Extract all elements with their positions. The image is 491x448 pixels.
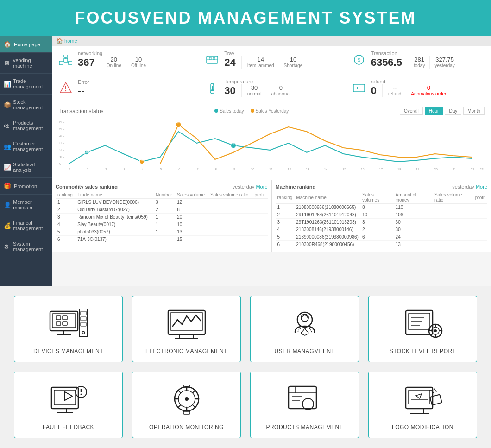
svg-text:19: 19 <box>416 168 420 171</box>
sidebar-item-stock[interactable]: 📦 Stock management <box>0 95 52 115</box>
chart-legend: Sales today Sales Yesterday <box>214 108 289 114</box>
sidebar-item-promo[interactable]: 🎁 Promotion <box>0 178 52 195</box>
cards-row-1: DEVICES MANAGEMENT ELECTRONIC MANAGEMENT <box>14 296 477 362</box>
card-fault[interactable]: FAULT FEEDBACK <box>14 372 123 438</box>
tray-label: Tray <box>224 50 338 56</box>
network-icon <box>58 52 73 67</box>
table-row: 229T1901264(261101912048)10106 <box>276 211 488 219</box>
svg-rect-18 <box>212 86 213 91</box>
commodity-title: Commodity sales ranking <box>56 184 118 189</box>
svg-text:12: 12 <box>288 168 291 171</box>
table-row: 5photo033(0057)113 <box>56 228 268 236</box>
sidebar-label-member: Member maintain <box>13 199 48 210</box>
svg-text:13: 13 <box>306 168 309 171</box>
logo-card-label: LOGO MODIFICATION <box>392 424 453 430</box>
sidebar-item-vending[interactable]: 🖥 vending machine <box>0 53 52 74</box>
sidebar-label-promo: Promotion <box>14 183 37 189</box>
svg-text:0: 0 <box>69 168 70 171</box>
card-stock[interactable]: STOCK LEVEL REPORT <box>368 296 477 362</box>
error-label: Error <box>78 79 191 85</box>
chart-btn-month[interactable]: Month <box>463 107 485 115</box>
stock-card-label: STOCK LEVEL REPORT <box>390 348 456 354</box>
promo-icon: 🎁 <box>4 183 11 189</box>
tray-main: 24 <box>224 57 235 69</box>
svg-text:23: 23 <box>480 168 484 171</box>
svg-rect-0 <box>59 61 63 65</box>
svg-rect-61 <box>56 316 61 320</box>
chart-title: Transaction status <box>58 108 104 114</box>
chart-btn-hour[interactable]: Hour <box>425 107 443 115</box>
sidebar-item-system[interactable]: ⚙ System management <box>0 236 52 257</box>
chart-btn-overall[interactable]: Overall <box>400 107 423 115</box>
cards-section: DEVICES MANAGEMENT ELECTRONIC MANAGEMENT <box>0 286 491 448</box>
svg-text:30-: 30- <box>59 141 65 145</box>
card-devices[interactable]: DEVICES MANAGEMENT <box>14 296 123 362</box>
temp-label: Temperature <box>224 79 338 84</box>
breadcrumb: 🏠 home <box>52 36 491 46</box>
chart-area: Transaction status Sales today Sales Yes… <box>52 102 491 180</box>
user-card-label: USER MANAGMEENT <box>274 348 334 354</box>
svg-rect-64 <box>63 322 67 325</box>
sidebar-item-products[interactable]: 🛍 Products management <box>0 115 52 136</box>
sidebar-item-trade[interactable]: 📊 Trade management <box>0 74 52 95</box>
sidebar-item-home[interactable]: 🏠 Home page <box>0 36 52 53</box>
stats-grid-row1: networking 367 20On-line 10Off-line <box>52 46 491 74</box>
stat-networking: networking 367 20On-line 10Off-line <box>52 46 198 74</box>
error-main: -- <box>78 85 85 96</box>
table-row: 4Slay Beauty(0017)110 <box>56 221 268 228</box>
table-row: 42183008146(21938000146)230 <box>276 226 488 233</box>
sidebar-label-finance: Financal management <box>13 220 48 231</box>
table-row: 671A-3C(0137)15 <box>56 236 268 243</box>
sidebar-label-trade: Trade management <box>13 78 48 89</box>
app-title: FOCUSVEND MANAGEMENT SYSTEM <box>0 8 491 28</box>
svg-rect-70 <box>81 322 86 326</box>
refund-label: refund <box>371 79 485 84</box>
sidebar-label-home: Home page <box>14 42 40 47</box>
svg-rect-2 <box>69 61 72 65</box>
fault-card-label: FAULT FEEDBACK <box>43 424 94 430</box>
svg-rect-10 <box>213 57 215 60</box>
svg-rect-1 <box>64 58 68 62</box>
svg-text:5: 5 <box>160 168 162 171</box>
sidebar-label-stock: Stock management <box>13 99 48 110</box>
operation-card-icon <box>166 381 208 418</box>
svg-text:11: 11 <box>269 168 273 171</box>
machine-more-link[interactable]: More <box>476 184 487 189</box>
card-products[interactable]: PRODUCTS MANAGEMENT <box>250 372 359 438</box>
sidebar-label-vending: vending machine <box>13 57 48 69</box>
transaction-main: 6356.5 <box>371 57 402 69</box>
card-user[interactable]: USER MANAGMEENT <box>250 296 359 362</box>
products-card-label: PRODUCTS MANAGEMENT <box>266 424 343 430</box>
svg-text:17: 17 <box>379 168 383 171</box>
chart-btn-day[interactable]: Day <box>445 107 461 115</box>
card-electronic[interactable]: ELECTRONIC MANAGEMENT <box>132 296 241 362</box>
products-icon: 🛍 <box>4 122 10 129</box>
card-operation[interactable]: OPERATION MONITORING <box>132 372 241 438</box>
svg-rect-5 <box>64 55 68 57</box>
networking-offline: 10 <box>131 56 146 63</box>
networking-online: 20 <box>107 56 121 63</box>
commodity-more-link[interactable]: More <box>256 184 267 189</box>
stats-grid-row2: Error -- Temperature 30 30normal <box>52 74 491 102</box>
svg-text:15: 15 <box>342 168 346 171</box>
machine-table: ranking Machine name Sales volumes Amoun… <box>276 191 488 248</box>
table-row: 1GIRLS LUV BEYONCE(0006)312 <box>56 199 268 206</box>
svg-text:0-: 0- <box>59 162 63 166</box>
svg-point-15 <box>65 90 66 91</box>
svg-text:60-: 60- <box>59 120 65 124</box>
sidebar-item-stats[interactable]: 📈 Statistical analysis <box>0 157 52 178</box>
table-row: 329T1901263(261101913203)330 <box>276 219 488 226</box>
svg-line-118 <box>434 389 436 392</box>
svg-text:2: 2 <box>105 168 107 171</box>
svg-rect-116 <box>430 394 442 405</box>
sidebar-label-customer: Customer management <box>13 141 48 152</box>
table-row: 3Random Mix of Beauty Items(059)120 <box>56 214 268 221</box>
header: FOCUSVEND MANAGEMENT SYSTEM <box>0 0 491 36</box>
sidebar-item-finance[interactable]: 💰 Financal management <box>0 215 52 236</box>
svg-text:7: 7 <box>197 168 199 171</box>
sidebar-item-customer[interactable]: 👥 Customer management <box>0 136 52 157</box>
card-logo[interactable]: LOGO MODIFICATION <box>368 372 477 438</box>
svg-rect-9 <box>209 57 211 60</box>
svg-text:20: 20 <box>434 168 438 171</box>
sidebar-item-member[interactable]: 👤 Member maintain <box>0 195 52 215</box>
